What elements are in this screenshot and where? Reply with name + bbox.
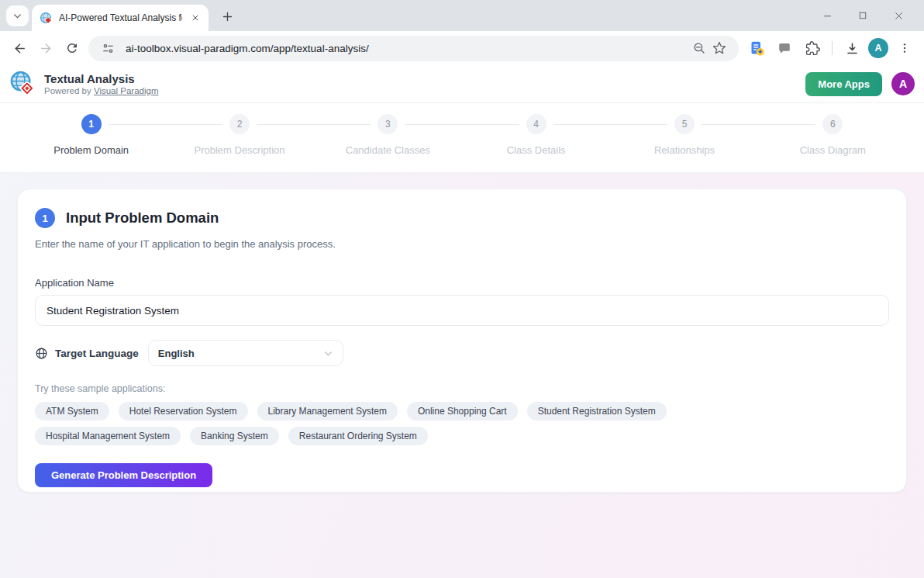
user-avatar[interactable]: A bbox=[891, 72, 915, 95]
globe-icon bbox=[35, 347, 48, 360]
app-title: Textual Analysis bbox=[44, 72, 158, 85]
page-background: 1 Input Problem Domain Enter the name of… bbox=[0, 173, 924, 578]
window-close-button[interactable] bbox=[881, 0, 916, 31]
back-arrow-icon bbox=[12, 41, 27, 56]
step-number: 5 bbox=[674, 114, 695, 134]
downloads-icon[interactable] bbox=[840, 36, 864, 60]
toolbar-right-cluster: A bbox=[745, 36, 918, 60]
forward-button[interactable] bbox=[33, 35, 59, 61]
target-language-label: Target Language bbox=[55, 348, 139, 359]
reload-button[interactable] bbox=[59, 35, 85, 61]
app-title-block: Textual Analysis Powered by Visual Parad… bbox=[44, 72, 158, 95]
app-logo-icon bbox=[9, 71, 36, 98]
comment-icon[interactable] bbox=[773, 36, 796, 60]
browser-profile-avatar[interactable]: A bbox=[868, 38, 888, 58]
tab-strip: AI-Powered Textual Analysis for bbox=[0, 0, 924, 31]
sample-chip-online-shopping-cart[interactable]: Online Shopping Cart bbox=[407, 402, 518, 421]
step-number: 3 bbox=[378, 114, 398, 134]
step-number: 2 bbox=[229, 114, 250, 134]
sample-chip-restaurant-ordering-system[interactable]: Restaurant Ordering System bbox=[288, 427, 428, 445]
back-button[interactable] bbox=[6, 35, 33, 61]
card-header: 1 Input Problem Domain bbox=[35, 208, 889, 228]
target-language-value: English bbox=[158, 348, 323, 359]
docs-extension-icon[interactable] bbox=[745, 36, 768, 60]
step-class-diagram[interactable]: 6 Class Diagram bbox=[759, 114, 907, 156]
sample-chip-hospital-management-system[interactable]: Hospital Management System bbox=[35, 427, 181, 445]
browser-toolbar: ai-toolbox.visual-paradigm.com/app/textu… bbox=[0, 31, 924, 65]
browser-tab[interactable]: AI-Powered Textual Analysis for bbox=[32, 5, 209, 31]
step-label: Problem Description bbox=[194, 144, 284, 156]
card-subtitle: Enter the name of your IT application to… bbox=[35, 238, 889, 250]
step-problem-description[interactable]: 2 Problem Description bbox=[165, 114, 313, 156]
step-number: 6 bbox=[822, 114, 843, 134]
window-minimize-button[interactable] bbox=[809, 0, 845, 31]
reload-icon bbox=[65, 41, 79, 55]
site-favicon-icon bbox=[40, 12, 53, 25]
plus-icon bbox=[222, 11, 233, 22]
url-text[interactable]: ai-toolbox.visual-paradigm.com/app/textu… bbox=[126, 43, 689, 54]
target-language-select[interactable]: English bbox=[148, 340, 343, 366]
extensions-puzzle-icon[interactable] bbox=[801, 36, 824, 60]
select-chevron-down-icon bbox=[323, 348, 333, 358]
generate-problem-description-button[interactable]: Generate Problem Description bbox=[35, 463, 212, 487]
zoom-out-icon[interactable] bbox=[689, 38, 709, 58]
tab-search-button[interactable] bbox=[6, 5, 29, 26]
powered-by-text: Powered by Visual Paradigm bbox=[44, 86, 158, 95]
browser-window: AI-Powered Textual Analysis for bbox=[0, 0, 924, 578]
sample-chips: ATM System Hotel Reservation System Libr… bbox=[35, 402, 810, 445]
tab-title: AI-Powered Textual Analysis for bbox=[59, 12, 182, 23]
step-label: Problem Domain bbox=[53, 144, 129, 156]
more-apps-button[interactable]: More Apps bbox=[805, 72, 882, 96]
sample-chip-student-registration-system[interactable]: Student Registration System bbox=[527, 402, 667, 421]
sample-chip-hotel-reservation-system[interactable]: Hotel Reservation System bbox=[119, 402, 248, 421]
toolbar-separator bbox=[832, 41, 833, 55]
app-header: Textual Analysis Powered by Visual Parad… bbox=[0, 65, 924, 103]
sample-chip-atm-system[interactable]: ATM System bbox=[35, 402, 109, 421]
powered-by-prefix: Powered by bbox=[44, 86, 91, 95]
input-problem-domain-card: 1 Input Problem Domain Enter the name of… bbox=[17, 189, 907, 493]
card-title: Input Problem Domain bbox=[66, 209, 219, 227]
new-tab-button[interactable] bbox=[216, 5, 238, 27]
forward-arrow-icon bbox=[39, 41, 53, 56]
step-number: 1 bbox=[81, 114, 102, 134]
window-maximize-button[interactable] bbox=[845, 0, 881, 31]
application-name-input[interactable] bbox=[35, 295, 889, 326]
browser-menu-kebab-icon[interactable] bbox=[893, 36, 916, 60]
visual-paradigm-link[interactable]: Visual Paradigm bbox=[94, 86, 159, 95]
step-label: Relationships bbox=[654, 144, 715, 156]
window-controls bbox=[809, 0, 916, 31]
step-candidate-classes[interactable]: 3 Candidate Classes bbox=[314, 114, 462, 156]
tab-close-icon[interactable] bbox=[188, 11, 202, 25]
step-label: Class Details bbox=[507, 144, 566, 156]
sample-chip-library-management-system[interactable]: Library Management System bbox=[257, 402, 398, 421]
application-name-label: Application Name bbox=[35, 277, 889, 289]
step-label: Class Diagram bbox=[800, 144, 866, 156]
step-relationships[interactable]: 5 Relationships bbox=[610, 114, 758, 156]
samples-label: Try these sample applications: bbox=[35, 383, 889, 394]
step-one-badge: 1 bbox=[35, 208, 55, 228]
sample-chip-banking-system[interactable]: Banking System bbox=[190, 427, 279, 445]
step-number: 4 bbox=[526, 114, 546, 134]
bookmark-star-icon[interactable] bbox=[709, 38, 729, 58]
step-class-details[interactable]: 4 Class Details bbox=[462, 114, 610, 156]
step-problem-domain[interactable]: 1 Problem Domain bbox=[17, 114, 165, 156]
chevron-down-icon bbox=[12, 11, 22, 21]
step-label: Candidate Classes bbox=[346, 144, 430, 156]
wizard-stepper: 1 Problem Domain 2 Problem Description 3… bbox=[0, 103, 924, 173]
address-bar[interactable]: ai-toolbox.visual-paradigm.com/app/textu… bbox=[88, 36, 739, 61]
target-language-row: Target Language English bbox=[35, 340, 889, 366]
site-controls-icon[interactable] bbox=[98, 38, 118, 58]
